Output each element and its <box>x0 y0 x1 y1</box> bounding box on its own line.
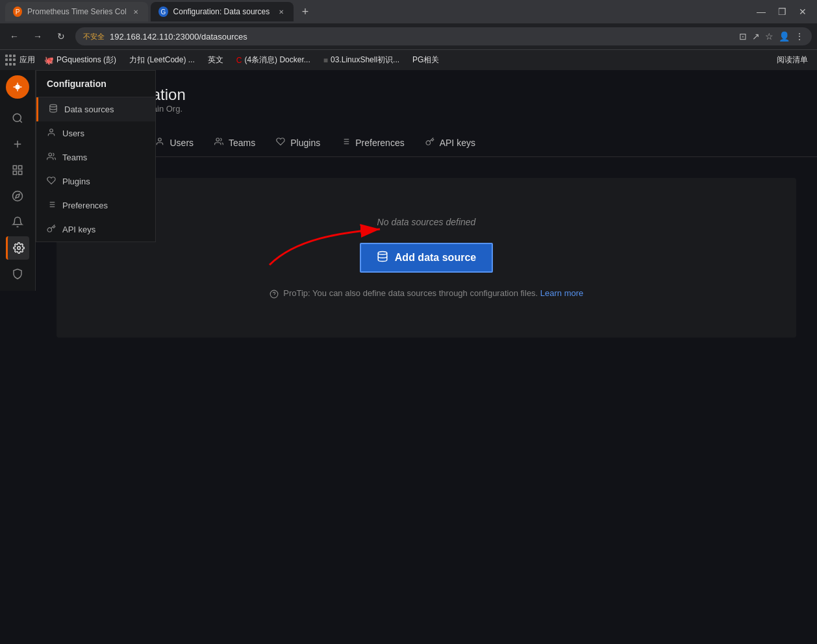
bookmark-leetcode[interactable]: 力扣 (LeetCode) ... <box>125 53 199 67</box>
submenu-teams-label: Teams <box>62 153 87 162</box>
sidebar-wrapper: Configuration Data sources Users <box>0 70 36 644</box>
svg-rect-2 <box>13 166 16 169</box>
forward-button[interactable]: → <box>29 27 47 45</box>
svg-point-20 <box>216 138 220 142</box>
address-text: 192.168.142.110:23000/datasources <box>110 32 247 42</box>
tab-preferences-icon <box>341 137 350 148</box>
submenu-item-users[interactable]: Users <box>36 121 155 145</box>
sidebar-dashboards[interactable] <box>6 158 29 182</box>
reading-list-button[interactable]: 阅读清单 <box>773 53 812 67</box>
tab-configuration[interactable]: G Configuration: Data sources -... ✕ <box>151 2 294 21</box>
tab-close-prometheus[interactable]: ✕ <box>131 6 140 17</box>
submenu-item-preferences[interactable]: Preferences <box>36 193 155 217</box>
tab-preferences[interactable]: Preferences <box>331 129 414 157</box>
reading-list-label: 阅读清单 <box>777 55 808 66</box>
tab-prometheus[interactable]: P Prometheus Time Series Colle... ✕ <box>5 2 148 21</box>
submenu-preferences-label: Preferences <box>62 201 108 210</box>
bookmark-pgquestions-label: PGquestions (彭) <box>57 55 116 66</box>
sidebar-explore[interactable] <box>6 184 29 208</box>
tab-favicon-configuration: G <box>158 6 168 17</box>
svg-point-10 <box>49 153 52 156</box>
sidebar-shield[interactable] <box>6 262 29 286</box>
svg-rect-3 <box>19 166 22 169</box>
teams-icon <box>47 152 56 163</box>
bookmark-docker[interactable]: C (4条消息) Docker... <box>233 53 314 67</box>
empty-state-text: No data sources defined <box>377 217 476 227</box>
empty-state: No data sources defined Add data source <box>57 178 796 338</box>
sidebar <box>0 70 36 291</box>
svg-rect-5 <box>19 171 22 175</box>
plugins-icon <box>47 176 56 187</box>
grafana-logo[interactable] <box>6 75 29 99</box>
apikeys-icon <box>47 224 56 235</box>
users-icon <box>47 128 56 139</box>
svg-point-7 <box>17 247 20 250</box>
apps-button[interactable]: 应用 <box>5 55 35 66</box>
star-icon[interactable]: ☆ <box>765 31 773 42</box>
bookmark-linux-label: 03.LinuxShell初识... <box>331 55 399 66</box>
learn-more-link[interactable]: Learn more <box>540 288 583 298</box>
menu-icon[interactable]: ⋮ <box>795 31 804 42</box>
tab-plugins[interactable]: Plugins <box>266 129 331 157</box>
sidebar-alerting[interactable] <box>6 210 29 234</box>
submenu-users-label: Users <box>62 129 84 138</box>
svg-point-1 <box>13 114 21 121</box>
bookmark-english-label: 英文 <box>208 55 223 66</box>
svg-point-27 <box>378 252 387 255</box>
tab-label-configuration: Configuration: Data sources -... <box>173 7 271 16</box>
tab-apikeys[interactable]: API keys <box>415 129 486 157</box>
svg-point-8 <box>50 105 57 107</box>
sidebar-search[interactable] <box>6 106 29 130</box>
bookmark-linux-icon: ■ <box>323 56 328 65</box>
tab-apikeys-label: API keys <box>440 138 475 148</box>
bookmark-pgquestions[interactable]: 🐙 PGquestions (彭) <box>40 53 120 67</box>
sidebar-configuration[interactable] <box>6 236 29 260</box>
bookmark-pg-label: PG相关 <box>412 55 439 66</box>
bookmark-docker-label: (4条消息) Docker... <box>244 55 310 66</box>
address-icons: ⊡ ↗ ☆ 👤 ⋮ <box>739 31 804 42</box>
bookmark-english[interactable]: 英文 <box>204 53 227 67</box>
close-button[interactable]: ✕ <box>794 3 812 21</box>
tab-plugins-icon <box>276 137 285 148</box>
tab-teams-icon <box>214 137 223 148</box>
profile-icon[interactable]: 👤 <box>779 31 790 42</box>
browser-chrome: P Prometheus Time Series Colle... ✕ G Co… <box>0 0 817 70</box>
preferences-icon <box>47 200 56 211</box>
reload-button[interactable]: ↻ <box>52 27 70 45</box>
screenshot-icon[interactable]: ⊡ <box>739 31 747 42</box>
bookmark-leetcode-label: 力扣 (LeetCode) ... <box>129 55 195 66</box>
tab-close-configuration[interactable]: ✕ <box>276 6 286 17</box>
bookmark-pg[interactable]: PG相关 <box>408 53 443 67</box>
address-bar-row: ← → ↻ 不安全 192.168.142.110:23000/datasour… <box>0 23 817 49</box>
svg-point-6 <box>13 192 23 201</box>
maximize-button[interactable]: ❒ <box>773 3 791 21</box>
protip-text: ProTip: You can also define data sources… <box>283 288 538 298</box>
submenu-item-datasources[interactable]: Data sources <box>36 97 155 121</box>
new-tab-button[interactable]: + <box>296 3 314 21</box>
tab-teams[interactable]: Teams <box>204 129 266 157</box>
add-datasource-button[interactable]: Add data source <box>360 243 493 273</box>
add-datasource-btn-icon <box>377 251 388 265</box>
bookmarks-bar: 应用 🐙 PGquestions (彭) 力扣 (LeetCode) ... 英… <box>0 49 817 70</box>
config-submenu-header: Configuration <box>36 71 155 97</box>
apps-label: 应用 <box>19 55 35 66</box>
submenu-item-plugins[interactable]: Plugins <box>36 169 155 193</box>
tab-teams-label: Teams <box>229 138 255 148</box>
window-controls: — ❒ ✕ <box>752 3 812 21</box>
security-warning: 不安全 <box>83 32 105 42</box>
tab-bar: P Prometheus Time Series Colle... ✕ G Co… <box>0 0 817 23</box>
protip: ProTip: You can also define data sources… <box>270 288 584 299</box>
back-button[interactable]: ← <box>5 27 23 45</box>
tab-label-prometheus: Prometheus Time Series Colle... <box>27 7 126 16</box>
address-bar[interactable]: 不安全 192.168.142.110:23000/datasources ⊡ … <box>75 27 812 45</box>
add-datasource-btn-label: Add data source <box>395 252 476 264</box>
share-icon[interactable]: ↗ <box>752 31 760 42</box>
svg-point-9 <box>50 129 53 132</box>
svg-rect-4 <box>13 171 16 175</box>
bookmark-linux[interactable]: ■ 03.LinuxShell初识... <box>320 53 403 67</box>
submenu-item-apikeys[interactable]: API keys <box>36 217 155 242</box>
submenu-apikeys-label: API keys <box>62 225 95 234</box>
minimize-button[interactable]: — <box>752 3 770 21</box>
submenu-item-teams[interactable]: Teams <box>36 145 155 169</box>
sidebar-add[interactable] <box>6 132 29 156</box>
